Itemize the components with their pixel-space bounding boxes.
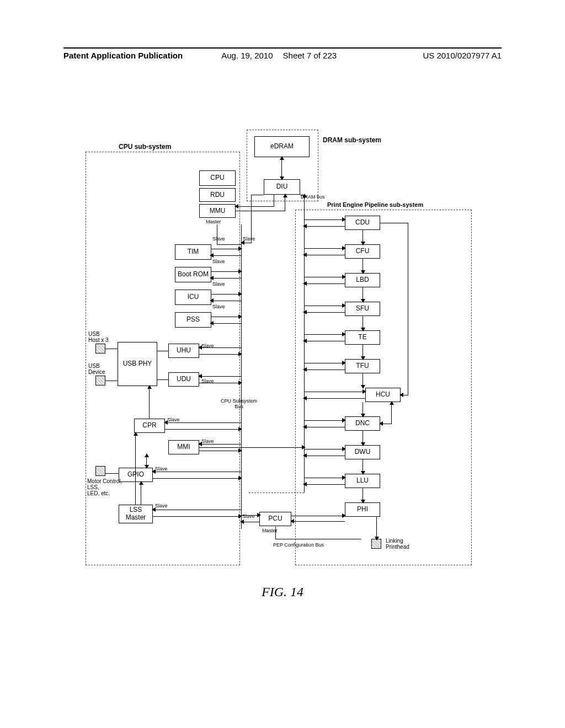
- slave-bootrom: Slave: [212, 259, 225, 264]
- linking-printhead-label: Linking Printhead: [386, 538, 409, 550]
- cpu-bus-label: CPU Subsystem Bus: [221, 398, 257, 409]
- docnum-label: US 2010/0207977 A1: [423, 51, 502, 60]
- block-cfu: CFU: [345, 244, 380, 259]
- block-rdu: RDU: [199, 188, 236, 202]
- block-tim: TIM: [175, 244, 211, 260]
- block-tfu: TFU: [345, 359, 380, 373]
- figure-caption: FIG. 14: [0, 585, 565, 599]
- slave-pcu: Slave: [242, 513, 255, 519]
- block-usbphy: USB PHY: [118, 342, 157, 386]
- cpu-subsystem-title: CPU sub-system: [119, 143, 171, 151]
- page-header: Patent Application Publication Aug. 19, …: [63, 47, 502, 60]
- dram-subsystem-title: DRAM sub-system: [323, 136, 381, 144]
- pep-subsystem-title: Print Engine Pipeline sub-system: [327, 201, 423, 208]
- block-te: TE: [345, 330, 380, 345]
- date-label: Aug. 19, 2010: [221, 51, 273, 60]
- block-icu: ICU: [175, 290, 211, 305]
- block-sfu: SFU: [345, 302, 380, 316]
- slave-gpio: Slave: [155, 466, 168, 472]
- block-edram: eDRAM: [254, 136, 310, 157]
- block-pss: PSS: [175, 312, 211, 328]
- slave-tim: Slave: [212, 236, 225, 242]
- master-label-cpu: Master: [206, 219, 221, 224]
- slave-cpr: Slave: [167, 417, 180, 422]
- block-uhu: UHU: [168, 344, 199, 358]
- block-lbd: LBD: [345, 273, 380, 287]
- block-udu: UDU: [168, 372, 199, 387]
- block-bootrom: Boot ROM: [175, 267, 211, 282]
- usb-device-pad: [95, 376, 105, 386]
- block-pcu: PCU: [259, 512, 291, 526]
- gpio-pad: [95, 466, 105, 476]
- block-mmi: MMI: [168, 440, 199, 454]
- block-lss: LSS Master: [119, 505, 153, 523]
- slave-lss: Slave: [155, 503, 168, 508]
- slave-diu: Slave: [243, 236, 255, 242]
- sheet-label: Sheet 7 of 223: [283, 51, 337, 60]
- block-phi: PHI: [345, 502, 380, 517]
- slave-mmi: Slave: [201, 438, 214, 444]
- usb-device-label: USB Device: [88, 363, 105, 375]
- block-cpr: CPR: [134, 419, 165, 433]
- block-cdu: CDU: [345, 216, 380, 230]
- block-cpu: CPU: [199, 170, 236, 186]
- block-llu: LLU: [345, 474, 380, 488]
- block-diu: DIU: [264, 179, 300, 195]
- usb-host-label: USB Host x 3: [88, 331, 109, 343]
- architecture-diagram: CPU sub-system DRAM sub-system Print Eng…: [86, 124, 483, 576]
- block-mmu: MMU: [199, 204, 236, 218]
- usb-host-pad: [95, 344, 105, 354]
- block-dwu: DWU: [345, 445, 380, 459]
- pep-config-bus: PEP Configuration Bus: [273, 542, 324, 548]
- block-hcu: HCU: [365, 388, 401, 402]
- motor-label: Motor Control, LSS, LED, etc.: [87, 478, 122, 496]
- publication-label: Patent Application Publication: [63, 51, 183, 60]
- block-dnc: DNC: [345, 416, 380, 431]
- slave-pss: Slave: [212, 304, 225, 309]
- slave-icu: Slave: [212, 281, 225, 287]
